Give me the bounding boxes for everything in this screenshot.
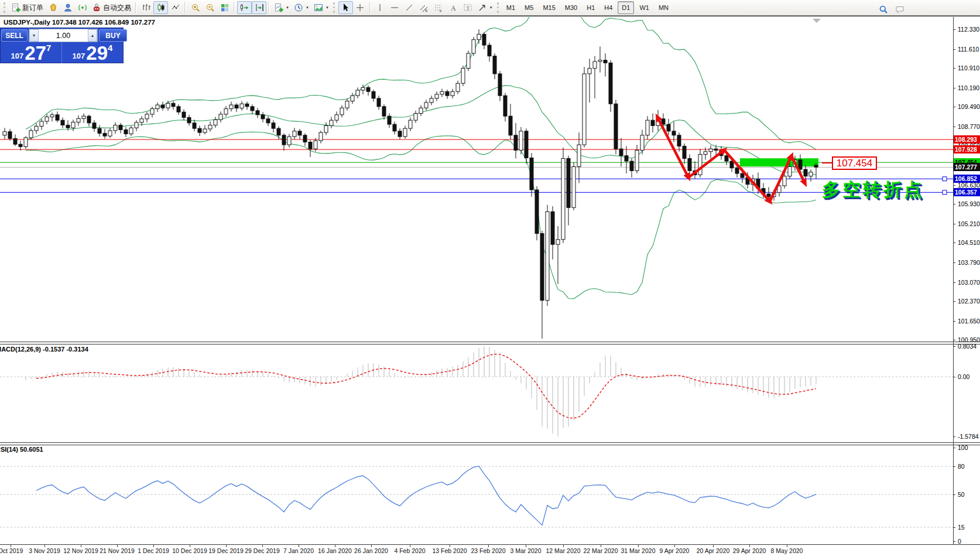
price-tick-label: 111.610 [958, 45, 979, 53]
chat-button[interactable] [892, 3, 907, 16]
zoom-out-button[interactable] [203, 1, 217, 14]
chart-shift-button[interactable] [252, 1, 266, 14]
date-axis[interactable]: Oct 20193 Nov 201912 Nov 201921 Nov 2019… [0, 545, 980, 556]
buy-price[interactable]: 107 29 4 [62, 42, 123, 63]
buy-price-big: 29 [86, 45, 108, 62]
chart-bars-button[interactable] [139, 1, 153, 14]
chart-title: USDJPY-,Daily 107.348 107.426 106.849 10… [4, 19, 155, 26]
profile-button[interactable] [60, 1, 75, 14]
buy-button[interactable]: BUY [99, 29, 127, 42]
macd-axis-label: 0.00 [958, 373, 969, 381]
price-callout-dash [822, 162, 832, 163]
sell-price-big: 27 [25, 45, 46, 62]
svg-text:T: T [467, 5, 470, 11]
chat-icon [895, 5, 904, 14]
rsi-axis-label: 50 [958, 490, 965, 499]
macd-axis-label: 0.8034 [958, 342, 976, 350]
volume-decrease-button[interactable]: ▼ [29, 29, 39, 42]
crosshair-button[interactable] [353, 1, 368, 14]
date-tick-label: 26 Jan 2020 [354, 547, 388, 554]
indicators-button[interactable]: ▼ [272, 1, 292, 14]
macd-label: MACD(12,26,9) -0.1537 -0.3134 [0, 346, 88, 353]
sell-button[interactable]: SELL [1, 29, 28, 42]
autotrading-button[interactable]: 自动交易 [90, 1, 133, 14]
signals-button[interactable] [75, 1, 90, 14]
date-tick-label: 20 Apr 2020 [697, 547, 730, 554]
price-chart-canvas[interactable] [0, 17, 953, 342]
date-tick-label: 3 Nov 2019 [29, 547, 60, 554]
toolbar-separator [135, 2, 137, 13]
zigzag-segment[interactable] [724, 150, 770, 202]
price-line-label: 106.852 [954, 175, 980, 183]
macd-canvas[interactable] [0, 344, 953, 442]
price-tick-label: 104.510 [958, 238, 980, 247]
timeframe-button-d1[interactable]: D1 [618, 1, 634, 14]
date-tick-label: 3 Mar 2020 [510, 547, 541, 554]
rsi-canvas[interactable] [0, 445, 953, 544]
trendline-icon [405, 3, 414, 12]
axis-tick [953, 282, 955, 283]
timeframe-button-m30[interactable]: M30 [561, 1, 581, 14]
horizontal-line-button[interactable] [388, 1, 402, 14]
vertical-line-button[interactable] [373, 1, 388, 14]
trendline-button[interactable] [402, 1, 417, 14]
gold-badge-icon [49, 3, 58, 12]
zoom-in-button[interactable] [188, 1, 203, 14]
fibonacci-icon: F [434, 3, 443, 12]
crosshair-icon [355, 3, 365, 12]
search-button[interactable] [876, 3, 890, 16]
volume-increase-button[interactable]: ▲ [88, 29, 97, 42]
axis-tick [953, 262, 955, 263]
date-tick-label: 19 Dec 2019 [208, 547, 244, 554]
line-handle[interactable] [943, 177, 947, 181]
horizontal-line-icon [390, 3, 399, 12]
cursor-button[interactable] [338, 1, 353, 14]
mt4-window: 新订单 自动交易 [0, 0, 980, 556]
svg-text:F: F [440, 9, 442, 13]
volume-input[interactable] [39, 29, 88, 42]
channel-button[interactable]: E [417, 1, 431, 14]
timeframe-button-h1[interactable]: H1 [582, 1, 599, 14]
new-order-button[interactable]: 新订单 [9, 1, 46, 14]
sell-price-pip: 7 [46, 43, 51, 53]
rsi-axis-label: 0 [958, 537, 961, 545]
templates-button[interactable]: ▼ [311, 1, 331, 14]
date-tick-label: 13 Feb 2020 [433, 547, 467, 554]
arrows-button[interactable]: ▼ [475, 1, 495, 14]
chart-candles-button[interactable] [153, 1, 168, 14]
new-order-label: 新订单 [22, 3, 43, 13]
toolbar-grip [333, 2, 337, 13]
chart-area: USDJPY-,Daily 107.348 107.426 106.849 10… [0, 16, 980, 556]
date-tick-label: 12 Nov 2019 [63, 547, 98, 554]
axis-tick [953, 243, 955, 243]
text-label-button[interactable]: T [461, 1, 475, 14]
axis-tick [953, 107, 955, 107]
chevron-down-icon: ▼ [286, 6, 289, 9]
bollinger-lower-band [26, 132, 816, 299]
fibonacci-button[interactable]: F [431, 1, 446, 14]
one-click-trading-panel: SELL ▼ ▲ BUY 107 27 7 107 29 4 [0, 28, 124, 63]
timeframe-button-mn[interactable]: MN [655, 1, 673, 14]
chart-line-button[interactable] [168, 1, 183, 14]
price-line-label: 107.277 [954, 163, 980, 171]
chart-shift-marker[interactable] [813, 19, 821, 23]
timeframe-button-w1[interactable]: W1 [635, 1, 653, 14]
line-handle[interactable] [943, 190, 947, 195]
axis-tick [953, 301, 955, 302]
timeframe-button-m5[interactable]: M5 [520, 1, 537, 14]
timeframe-button-m15[interactable]: M15 [539, 1, 559, 14]
sell-price[interactable]: 107 27 7 [1, 42, 62, 63]
highlight-rectangle[interactable] [740, 158, 818, 166]
macd-signal-line [36, 354, 816, 418]
tile-windows-button[interactable] [217, 1, 232, 14]
timeframe-button-m1[interactable]: M1 [502, 1, 519, 14]
toolbar-grip [4, 2, 7, 13]
text-button[interactable]: A [446, 1, 461, 14]
toolbar-separator [369, 2, 371, 13]
periods-button[interactable]: ▼ [292, 1, 311, 14]
timeframe-button-h4[interactable]: H4 [600, 1, 616, 14]
auto-scroll-button[interactable] [237, 1, 252, 14]
gold-badge-button[interactable] [46, 1, 60, 14]
indicators-icon [274, 3, 283, 12]
toolbar: 新订单 自动交易 [0, 0, 980, 16]
